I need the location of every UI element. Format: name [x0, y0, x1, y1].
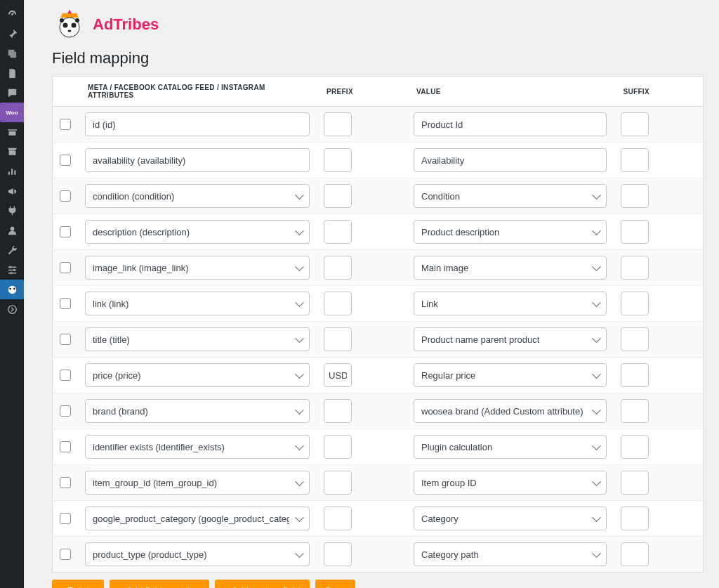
prefix-input[interactable] [324, 399, 352, 423]
value-select[interactable]: Condition [414, 184, 607, 208]
attribute-select[interactable]: product_type (product_type) [85, 542, 310, 566]
suffix-input[interactable] [621, 327, 649, 351]
attribute-select[interactable]: identifier exists (identifier_exists) [85, 435, 310, 459]
prefix-input[interactable] [324, 292, 352, 315]
sidebar-item-appearance[interactable] [0, 142, 24, 162]
prefix-input[interactable] [324, 507, 352, 530]
value-input[interactable] [414, 112, 607, 136]
action-bar: - Delete + Add field mapping + Add custo… [52, 580, 704, 588]
prefix-input[interactable] [324, 363, 352, 387]
row-checkbox[interactable] [60, 226, 71, 237]
sidebar-item-plugins[interactable] [0, 201, 24, 221]
row-checkbox[interactable] [60, 155, 71, 166]
delete-button[interactable]: - Delete [52, 580, 104, 588]
row-checkbox[interactable] [60, 477, 71, 488]
table-row [53, 143, 704, 178]
prefix-input[interactable] [324, 471, 352, 495]
prefix-input[interactable] [324, 327, 352, 351]
attribute-select[interactable]: link (link) [85, 292, 310, 315]
suffix-input[interactable] [621, 220, 649, 244]
sidebar-item-analytics[interactable] [0, 162, 24, 181]
row-checkbox[interactable] [60, 119, 71, 130]
value-select[interactable]: Regular price [414, 363, 607, 387]
svg-point-1 [9, 266, 11, 268]
svg-point-10 [72, 23, 77, 28]
sidebar-item-pages[interactable] [0, 63, 24, 83]
prefix-input[interactable] [324, 220, 352, 244]
sidebar-item-adtribes[interactable] [0, 280, 24, 299]
svg-point-3 [10, 272, 12, 274]
suffix-input[interactable] [621, 435, 649, 459]
suffix-input[interactable] [621, 148, 649, 172]
panda-icon [6, 284, 18, 296]
value-select[interactable]: Product description [414, 220, 607, 244]
row-checkbox[interactable] [60, 513, 71, 524]
save-button[interactable]: Save [315, 580, 356, 588]
field-mapping-table: META / FACEBOOK CATALOG FEED / INSTAGRAM… [52, 76, 704, 573]
sidebar-item-posts[interactable] [0, 24, 24, 44]
suffix-input[interactable] [621, 112, 649, 136]
value-input[interactable] [414, 148, 607, 172]
prefix-input[interactable] [324, 542, 352, 566]
sidebar-item-marketing[interactable] [0, 181, 24, 201]
sidebar-item-dashboard[interactable] [0, 4, 24, 24]
prefix-input[interactable] [324, 435, 352, 459]
attribute-select[interactable]: item_group_id (item_group_id) [85, 471, 310, 495]
sidebar-item-users[interactable] [0, 221, 24, 240]
archive-icon [6, 126, 18, 138]
attribute-select[interactable]: brand (brand) [85, 399, 310, 423]
add-custom-field-button[interactable]: + Add custom field [215, 580, 310, 588]
value-select[interactable]: Plugin calculation [414, 435, 607, 459]
attribute-select[interactable]: google_product_category (google_product_… [85, 507, 310, 530]
row-checkbox[interactable] [60, 298, 71, 309]
prefix-input[interactable] [324, 256, 352, 280]
value-select[interactable]: Category path [414, 542, 607, 566]
value-select[interactable]: Main image [414, 256, 607, 280]
attribute-input[interactable] [85, 112, 310, 136]
row-checkbox[interactable] [60, 190, 71, 202]
suffix-input[interactable] [621, 542, 649, 566]
attribute-select[interactable]: title (title) [85, 327, 310, 351]
value-select[interactable]: woosea brand (Added Custom attribute) [414, 399, 607, 423]
prefix-input[interactable] [324, 148, 352, 172]
suffix-input[interactable] [621, 256, 649, 280]
attribute-select[interactable]: price (price) [85, 363, 310, 387]
prefix-input[interactable] [324, 112, 352, 136]
table-row: brand (brand)woosea brand (Added Custom … [53, 393, 704, 429]
value-select[interactable]: Item group ID [414, 471, 607, 495]
value-select[interactable]: Link [414, 292, 607, 315]
row-checkbox[interactable] [60, 334, 71, 345]
prefix-input[interactable] [324, 184, 352, 208]
add-field-mapping-button[interactable]: + Add field mapping [110, 580, 210, 588]
sidebar-item-media[interactable] [0, 44, 24, 63]
row-checkbox[interactable] [60, 370, 71, 381]
suffix-input[interactable] [621, 363, 649, 387]
sidebar-item-products[interactable] [0, 122, 24, 142]
pin-icon [6, 28, 18, 40]
row-checkbox[interactable] [60, 405, 71, 417]
suffix-input[interactable] [621, 507, 649, 530]
suffix-input[interactable] [621, 292, 649, 315]
row-checkbox[interactable] [60, 549, 71, 560]
suffix-input[interactable] [621, 399, 649, 423]
attribute-select[interactable]: image_link (image_link) [85, 256, 310, 280]
suffix-input[interactable] [621, 471, 649, 495]
sidebar-item-woo[interactable]: Woo [0, 103, 24, 122]
row-checkbox[interactable] [60, 262, 71, 273]
table-row: description (description)Product descrip… [53, 214, 704, 250]
plug-icon [6, 205, 18, 217]
pages-icon [6, 67, 18, 79]
sidebar-item-collapse[interactable] [0, 299, 24, 319]
sidebar-item-comments[interactable] [0, 83, 24, 103]
attribute-select[interactable]: description (description) [85, 220, 310, 244]
table-row: item_group_id (item_group_id)Item group … [53, 465, 704, 501]
sidebar-item-tools[interactable] [0, 240, 24, 260]
row-checkbox[interactable] [60, 441, 71, 452]
suffix-input[interactable] [621, 184, 649, 208]
sidebar-item-settings[interactable] [0, 260, 24, 280]
value-select[interactable]: Product name parent product [414, 327, 607, 351]
attribute-input[interactable] [85, 148, 310, 172]
admin-sidebar: Woo [0, 0, 24, 588]
attribute-select[interactable]: condition (condition) [85, 184, 310, 208]
value-select[interactable]: Category [414, 507, 607, 530]
